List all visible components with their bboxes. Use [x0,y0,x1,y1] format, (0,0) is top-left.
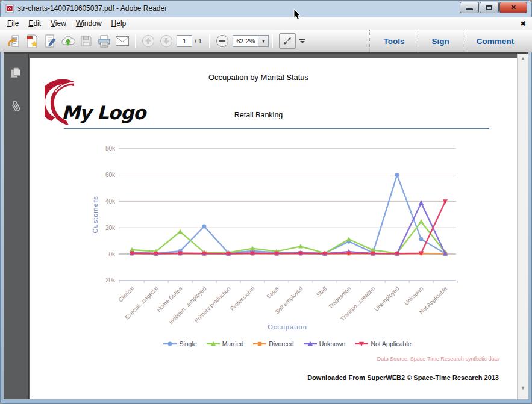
minimize-button[interactable] [460,2,479,13]
data-point [419,219,424,223]
main-area: Occupation by Marital Status My Logo Ret… [4,52,528,399]
email-icon [115,36,130,46]
toolbar-more-icon [299,39,305,40]
maximize-button[interactable] [480,2,499,13]
tools-button[interactable]: Tools [369,30,418,52]
comment-button[interactable]: Comment [463,30,527,52]
save-icon [80,34,93,48]
previous-page-icon [142,34,155,48]
open-file-icon [7,34,21,48]
sign-document-icon [43,34,57,48]
create-pdf-button[interactable] [23,32,41,50]
close-button[interactable]: ✕ [499,2,527,13]
page-number-input[interactable]: 1 [177,35,192,47]
scroll-up-icon[interactable]: ▲ [521,55,526,61]
x-axis-title: Occupation [268,323,307,331]
legend-item-unknown: Unknown [304,340,346,347]
data-point [419,237,424,241]
navigation-sidebar [4,54,29,399]
y-axis-title: Customers [92,196,99,233]
data-point [443,199,448,204]
legend-label: Unknown [319,340,346,347]
data-point [346,237,351,241]
previous-page-button[interactable] [139,32,157,50]
x-category-label: Clerical [117,285,135,303]
next-page-button[interactable] [157,32,175,50]
vertical-scrollbar[interactable]: ▲ ▼ [517,54,528,399]
document-pane: Occupation by Marital Status My Logo Ret… [29,54,517,399]
menu-help[interactable]: Help [107,18,131,29]
download-note: Downloaded From SuperWEB2 © Space-Time R… [307,374,499,381]
company-logo: My Logo [45,79,183,126]
x-category-label: Sales [265,285,280,300]
adobe-reader-window: str-charts-1400718605037.pdf - Adobe Rea… [0,0,532,404]
y-tick-label: 80k [105,145,116,152]
legend-item-single: Single [163,340,196,347]
zoom-level-value: 62.2% [233,37,258,45]
close-icon: ✕ [510,4,516,11]
data-point [395,173,399,177]
x-category-label: Tradesmen [327,285,352,310]
toolbar-more-button[interactable] [299,39,305,43]
legend-label: Married [222,340,244,347]
report-subtitle: Retail Banking [30,111,487,119]
chart-line-single [132,175,445,254]
zoom-out-button[interactable] [213,32,231,50]
window-title: str-charts-1400718605037.pdf - Adobe Rea… [17,4,167,13]
cloud-upload-icon [60,34,76,48]
title-bar[interactable]: str-charts-1400718605037.pdf - Adobe Rea… [0,0,532,17]
scroll-down-icon[interactable]: ▼ [521,385,526,391]
next-page-icon [160,34,173,48]
fit-window-button[interactable] [279,33,296,49]
legend-marker-icon [207,340,220,347]
panel-buttons: Tools Sign Comment [369,30,527,52]
data-point [202,225,207,229]
x-category-label: Unemployed [373,285,400,312]
x-category-label: Professional [229,285,256,312]
close-document-icon[interactable]: ✖ [521,20,526,28]
menu-edit[interactable]: Edit [23,18,46,29]
chart-line-unknown [132,203,445,253]
y-tick-label: 0k [108,251,116,258]
print-button[interactable] [95,32,113,50]
legend-marker-icon [163,340,177,347]
legend-marker-icon [304,340,317,347]
x-category-label: Unknown [403,285,425,306]
data-point [178,229,183,234]
legend-item-not-applicable: Not Applicable [355,340,411,347]
maximize-icon [486,5,492,10]
mouse-cursor [293,8,302,20]
open-file-button[interactable] [5,32,23,50]
chart-line-married [132,222,445,253]
toolbar-separator [135,34,136,48]
y-tick-label: 20k [105,225,116,231]
pdf-file-icon [5,4,14,13]
sign-document-button[interactable] [41,32,59,50]
attachments-icon[interactable] [7,98,25,116]
menu-bar: File Edit View Window Help ✖ [0,17,532,30]
legend-item-married: Married [207,340,244,347]
email-button[interactable] [113,32,131,50]
menu-view[interactable]: View [46,18,71,29]
legend-marker-icon [355,340,368,347]
legend-label: Divorced [269,340,293,347]
pdf-page: Occupation by Marital Status My Logo Ret… [30,58,517,399]
toolbar-separator [272,34,273,48]
save-button[interactable] [77,32,95,50]
menu-window[interactable]: Window [71,18,107,29]
print-icon [97,34,111,48]
toolbar: 1 / 1 62.2% ▼ Tools Sign Comment [0,30,532,52]
zoom-dropdown-icon[interactable]: ▼ [258,36,268,46]
page-count-label: / 1 [195,37,202,45]
minimize-icon [466,8,473,10]
menu-file[interactable]: File [2,18,23,29]
legend-label: Single [179,340,196,347]
cloud-upload-button[interactable] [59,32,77,50]
line-chart: 80k60k40k20k0k-20kClericalExecuti...nage… [87,138,496,337]
zoom-level-select[interactable]: 62.2% ▼ [233,35,269,47]
page-thumbnails-icon[interactable] [10,67,22,79]
y-tick-label: 40k [105,198,116,205]
sign-panel-button[interactable]: Sign [418,30,462,52]
legend-marker-icon [253,340,266,347]
header-rule [64,128,489,129]
